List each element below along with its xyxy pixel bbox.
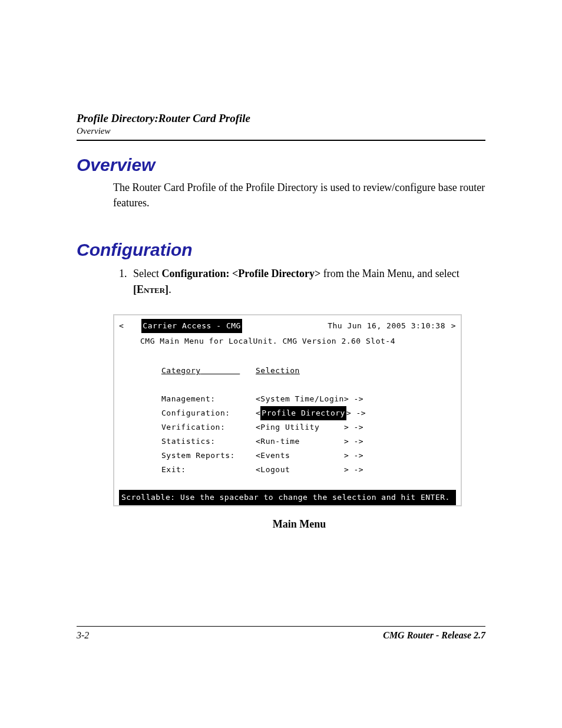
configuration-step-1: Select Configuration: <Profile Directory… <box>130 266 485 298</box>
menu-row-statistics[interactable]: Statistics: <Run-time > -> <box>119 434 456 449</box>
menu-cat: System Reports: <box>161 449 256 463</box>
header-title: Profile Directory:Router Card Profile <box>77 112 485 125</box>
menu-sel-open: < <box>256 406 260 420</box>
page-footer: 3-2 CMG Router - Release 2.7 <box>77 626 485 641</box>
footer-rule <box>77 626 485 627</box>
menu-cat: Management: <box>161 392 256 406</box>
menu-sel: <Ping Utility > -> <box>256 420 363 434</box>
footer-doc-title: CMG Router - Release 2.7 <box>383 630 485 641</box>
overview-paragraph: The Router Card Profile of the Profile D… <box>113 180 485 210</box>
terminal-header-row: Category Selection <box>119 364 456 378</box>
terminal-timestamp: Thu Jun 16, 2005 3:10:38 <box>328 319 445 333</box>
term-arrow-left: < <box>119 319 124 333</box>
menu-cat: Exit: <box>161 463 256 477</box>
terminal-caption: Main Menu <box>113 518 485 531</box>
terminal-top-row: < Carrier Access - CMG Thu Jun 16, 2005 … <box>119 319 456 333</box>
overview-heading: Overview <box>77 155 485 175</box>
menu-cat: Configuration: <box>161 406 256 420</box>
menu-row-configuration[interactable]: Configuration: <Profile Directory> -> <box>119 406 456 420</box>
step1-bold: Configuration: <Profile Directory> <box>161 268 320 279</box>
header-rule <box>77 140 485 141</box>
menu-row-verification[interactable]: Verification: <Ping Utility > -> <box>119 420 456 434</box>
menu-cat: Statistics: <box>161 434 256 449</box>
term-arrow-right: > <box>445 319 456 333</box>
running-header: Profile Directory:Router Card Profile Ov… <box>77 112 485 141</box>
configuration-steps: Select Configuration: <Profile Directory… <box>113 266 485 298</box>
footer-page-number: 3-2 <box>77 630 89 641</box>
menu-row-exit[interactable]: Exit: <Logout > -> <box>119 463 456 477</box>
step1-text-pre: Select <box>133 268 161 279</box>
menu-sel-close: > -> <box>346 406 366 420</box>
step1-key: [Enter] <box>133 284 168 295</box>
terminal-footer-hint: Scrollable: Use the spacebar to change t… <box>119 490 456 505</box>
document-page: Profile Directory:Router Card Profile Ov… <box>0 0 562 728</box>
menu-sel: <Run-time > -> <box>256 434 363 449</box>
terminal-col-selection: Selection <box>256 364 300 378</box>
menu-row-system-reports[interactable]: System Reports: <Events > -> <box>119 449 456 463</box>
menu-sel: <System Time/Login> -> <box>256 392 363 406</box>
menu-sel: <Logout > -> <box>256 463 363 477</box>
terminal-window: < Carrier Access - CMG Thu Jun 16, 2005 … <box>113 314 462 506</box>
terminal-subtitle-row: CMG Main Menu for LocalUnit. CMG Version… <box>119 333 456 350</box>
menu-cat: Verification: <box>161 420 256 434</box>
step1-text-post: . <box>168 284 171 295</box>
header-subtitle: Overview <box>77 126 485 136</box>
step1-text-mid: from the Main Menu, and select <box>320 268 459 279</box>
configuration-heading: Configuration <box>77 240 485 260</box>
terminal-subtitle: CMG Main Menu for LocalUnit. CMG Version… <box>140 334 395 348</box>
terminal-app-title: Carrier Access - CMG <box>141 319 242 333</box>
menu-sel-highlight: Profile Directory <box>260 406 346 420</box>
menu-sel: <Events > -> <box>256 449 363 463</box>
terminal-col-category: Category <box>161 364 256 378</box>
menu-row-management[interactable]: Management: <System Time/Login> -> <box>119 392 456 406</box>
terminal-figure: < Carrier Access - CMG Thu Jun 16, 2005 … <box>113 314 485 531</box>
